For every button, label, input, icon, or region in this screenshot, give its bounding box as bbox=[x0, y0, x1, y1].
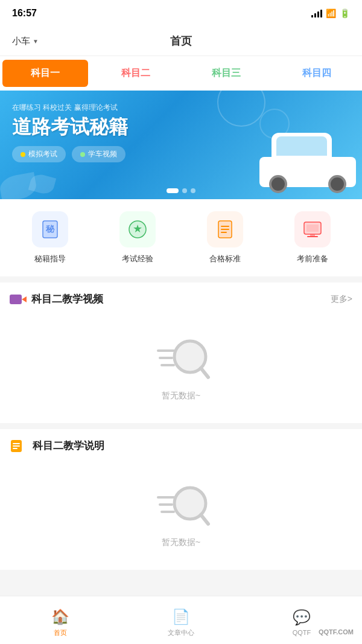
status-icons: 📶 🔋 bbox=[311, 8, 350, 18]
banner-content: 在哪练习 科校过关 赢得理论考试 道路考试秘籍 模拟考试 学车视频 bbox=[12, 103, 128, 162]
quick-label-experience: 考试经验 bbox=[122, 253, 153, 264]
article-empty-state: 暂无数据~ bbox=[10, 462, 352, 560]
svg-line-31 bbox=[201, 515, 208, 524]
video-empty-text: 暂无数据~ bbox=[162, 391, 200, 401]
video-section: 科目二教学视频 更多> 暂无数据~ bbox=[0, 282, 362, 423]
article-section: 科目二教学说明 暂无数据~ bbox=[0, 429, 362, 570]
video-empty-state: 暂无数据~ bbox=[10, 316, 352, 413]
subject-tab-3[interactable]: 科目三 bbox=[183, 60, 269, 87]
nav-item-articles[interactable]: 📄 文章中心 bbox=[121, 604, 241, 637]
svg-marker-17 bbox=[22, 296, 27, 302]
article-section-header: 科目二教学说明 bbox=[10, 439, 352, 453]
quick-item-standard[interactable]: 合格标准 bbox=[207, 211, 243, 264]
article-section-title: 科目二教学说明 bbox=[33, 439, 104, 453]
article-empty-icon bbox=[157, 480, 205, 529]
banner[interactable]: 在哪练习 科校过关 赢得理论考试 道路考试秘籍 模拟考试 学车视频 bbox=[0, 91, 362, 199]
empty-search-icon bbox=[157, 334, 211, 385]
svg-line-22 bbox=[201, 368, 208, 377]
banner-dot-1 bbox=[167, 188, 179, 193]
decor-circle-1 bbox=[217, 91, 265, 127]
article-empty-search-icon bbox=[157, 480, 211, 532]
location-label: 小车 bbox=[12, 36, 30, 47]
banner-pagination bbox=[167, 188, 195, 193]
car-window bbox=[276, 136, 327, 156]
btn-video-label: 学车视频 bbox=[88, 149, 117, 159]
banner-small-text: 在哪练习 科校过关 赢得理论考试 bbox=[12, 103, 128, 113]
dropdown-arrow-icon: ▼ bbox=[33, 38, 39, 45]
quick-item-miji[interactable]: 秘 秘籍指导 bbox=[32, 211, 68, 264]
standard-icon bbox=[214, 218, 236, 240]
subject-tab-1[interactable]: 科目一 bbox=[2, 60, 88, 87]
quick-label-miji: 秘籍指导 bbox=[34, 253, 66, 264]
quick-icon-standard bbox=[207, 211, 243, 247]
btn-dot-2 bbox=[80, 152, 85, 157]
banner-btn-video[interactable]: 学车视频 bbox=[72, 146, 125, 162]
banner-car-illustration bbox=[259, 139, 356, 187]
video-play-icon bbox=[10, 293, 27, 305]
nav-label-home: 首页 bbox=[54, 628, 67, 637]
banner-dot-3 bbox=[191, 188, 195, 193]
banner-main-title: 道路考试秘籍 bbox=[12, 116, 128, 138]
bottom-nav: 🏠 首页 📄 文章中心 💬 QQTF QQTF.COM bbox=[0, 596, 362, 644]
video-more-link[interactable]: 更多> bbox=[331, 294, 352, 305]
quick-item-preparation[interactable]: 考前准备 bbox=[294, 211, 331, 264]
nav-item-home[interactable]: 🏠 首页 bbox=[0, 604, 121, 637]
status-bar: 16:57 📶 🔋 bbox=[0, 0, 362, 27]
location-selector[interactable]: 小车 ▼ bbox=[12, 36, 39, 47]
nav-label-qqtf: QQTF bbox=[293, 629, 311, 636]
subject-tabs: 科目一 科目二 科目三 科目四 bbox=[0, 56, 362, 91]
articles-icon: 📄 bbox=[172, 608, 190, 625]
banner-btn-simulation[interactable]: 模拟考试 bbox=[12, 146, 66, 162]
home-icon: 🏠 bbox=[51, 608, 69, 625]
video-title-wrap: 科目二教学视频 bbox=[10, 292, 103, 306]
subject-tab-2[interactable]: 科目二 bbox=[93, 60, 179, 87]
header: 小车 ▼ 首页 bbox=[0, 27, 362, 56]
video-empty-icon bbox=[157, 334, 205, 382]
car-wheel-right bbox=[328, 175, 346, 193]
svg-text:★: ★ bbox=[133, 223, 142, 235]
article-icon-wrap bbox=[10, 439, 23, 453]
quick-icon-experience: ★ bbox=[119, 211, 156, 247]
signal-icon bbox=[311, 9, 322, 18]
quick-label-standard: 合格标准 bbox=[209, 253, 241, 264]
car-wheel-left bbox=[269, 175, 287, 193]
quick-icon-miji: 秘 bbox=[32, 211, 68, 247]
banner-dot-2 bbox=[182, 188, 187, 193]
video-section-title: 科目二教学视频 bbox=[31, 292, 103, 306]
svg-rect-16 bbox=[10, 295, 22, 304]
wifi-icon: 📶 bbox=[326, 8, 336, 18]
svg-text:秘: 秘 bbox=[45, 224, 55, 234]
preparation-icon bbox=[302, 218, 323, 240]
quick-item-experience[interactable]: ★ 考试经验 bbox=[119, 211, 156, 264]
quick-icon-preparation bbox=[294, 211, 331, 247]
btn-simulation-label: 模拟考试 bbox=[28, 149, 57, 159]
page-title: 首页 bbox=[170, 34, 192, 48]
watermark: QQTF.COM bbox=[319, 628, 354, 636]
article-empty-text: 暂无数据~ bbox=[162, 537, 200, 548]
quick-label-preparation: 考前准备 bbox=[297, 253, 328, 264]
battery-icon: 🔋 bbox=[340, 8, 350, 18]
svg-rect-15 bbox=[306, 225, 319, 232]
banner-buttons: 模拟考试 学车视频 bbox=[12, 146, 128, 162]
status-time: 16:57 bbox=[12, 8, 37, 19]
quick-menu: 秘 秘籍指导 ★ 考试经验 合格标准 bbox=[0, 199, 362, 276]
miji-icon: 秘 bbox=[39, 218, 61, 240]
video-icon-wrap bbox=[10, 293, 27, 305]
experience-icon: ★ bbox=[127, 218, 148, 240]
nav-label-articles: 文章中心 bbox=[168, 628, 194, 637]
chat-icon: 💬 bbox=[293, 609, 311, 626]
subject-tab-4[interactable]: 科目四 bbox=[274, 60, 360, 87]
video-section-header: 科目二教学视频 更多> bbox=[10, 292, 352, 306]
article-title-wrap: 科目二教学说明 bbox=[10, 439, 104, 453]
article-doc-icon bbox=[10, 439, 23, 453]
btn-dot-1 bbox=[21, 152, 25, 157]
